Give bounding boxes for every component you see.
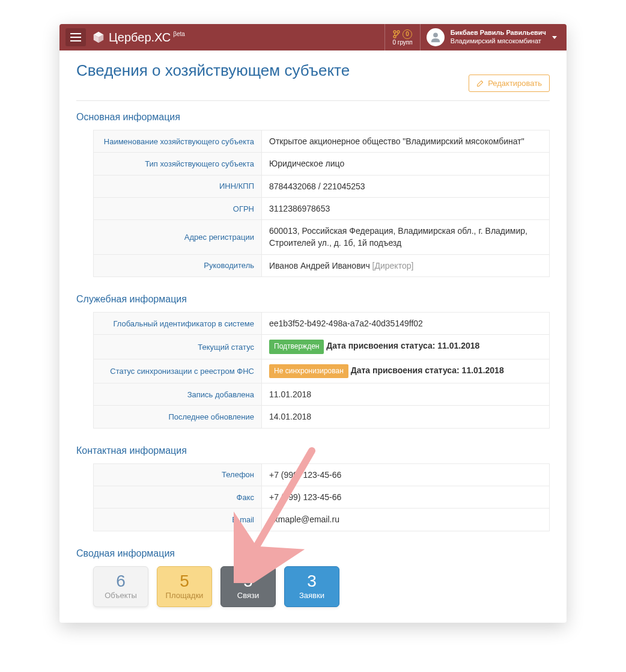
table-row: ИНН/КПП8784432068 / 221045253	[94, 175, 550, 197]
table-row: Последнее обновление14.01.2018	[94, 406, 550, 428]
field-value: +7 (999) 123-45-66	[262, 463, 550, 486]
field-value: Подтвержден Дата присвоения статуса: 11.…	[262, 335, 550, 359]
tile-label: Связи	[237, 591, 259, 600]
edit-button[interactable]: Редактировать	[469, 75, 550, 92]
table-row: Тип хозяйствующего субъектаЮридическое л…	[94, 153, 550, 175]
table-row: Запись добавлена11.01.2018	[94, 383, 550, 406]
pencil-icon	[476, 79, 484, 87]
field-label: Тип хозяйствующего субъекта	[94, 153, 262, 175]
status-badge-confirmed: Подтвержден	[269, 340, 324, 353]
field-value: 600013, Российская Федерация, Владимирск…	[262, 220, 550, 255]
groups-indicator[interactable]: 0 0 групп	[384, 24, 419, 50]
chevron-down-icon	[552, 36, 557, 39]
table-row: Наименование хозяйствующего субъектаОткр…	[94, 130, 550, 153]
field-value: Иванов Андрей Иванович [Директор]	[262, 254, 550, 276]
app-window: Цербер.ХС βeta 0 0 групп	[59, 24, 567, 623]
field-label: Руководитель	[94, 254, 262, 276]
director-name: Иванов Андрей Иванович	[269, 261, 370, 270]
user-name: Бикбаев Равиль Равильевич	[451, 29, 546, 37]
field-value: Не синхронизирован Дата присвоения стату…	[262, 359, 550, 383]
avatar	[427, 28, 445, 46]
table-row: Текущий статус Подтвержден Дата присвоен…	[94, 335, 550, 359]
tile-links[interactable]: 5 Связи	[220, 566, 276, 607]
divider	[76, 100, 550, 101]
hamburger-menu-button[interactable]	[65, 28, 86, 46]
field-value: 11.01.2018	[262, 383, 550, 406]
topbar: Цербер.ХС βeta 0 0 групп	[59, 24, 567, 50]
field-label: Факс	[94, 486, 262, 509]
field-label: ОГРН	[94, 197, 262, 219]
tile-number: 5	[180, 573, 189, 590]
table-row: Телефон+7 (999) 123-45-66	[94, 463, 550, 486]
user-menu[interactable]: Бикбаев Равиль Равильевич Владимирский м…	[420, 24, 562, 50]
status-badge-notsync: Не синхронизирован	[269, 364, 348, 378]
table-row: Статус синхронизации с реестром ФНС Не с…	[94, 359, 550, 383]
tile-number: 5	[243, 573, 253, 590]
field-value: Юридическое лицо	[262, 153, 550, 175]
brand: Цербер.ХС βeta	[92, 31, 185, 44]
field-value: 3112386978653	[262, 197, 550, 219]
field-label: Последнее обновление	[94, 406, 262, 428]
tile-sites[interactable]: 5 Площадки	[157, 566, 212, 607]
contact-info-table: Телефон+7 (999) 123-45-66 Факс+7 (999) 1…	[93, 463, 550, 531]
user-text: Бикбаев Равиль Равильевич Владимирский м…	[451, 29, 546, 46]
groups-count: 0	[403, 29, 412, 39]
field-label: Телефон	[94, 463, 262, 486]
table-row: Руководитель Иванов Андрей Иванович [Дир…	[94, 254, 550, 276]
section-service-title: Служебная информация	[76, 294, 550, 305]
field-value: exmaple@email.ru	[262, 509, 550, 531]
edit-button-label: Редактировать	[488, 79, 542, 88]
tile-requests[interactable]: 3 Заявки	[284, 566, 339, 607]
field-label: ИНН/КПП	[94, 175, 262, 197]
field-label: Запись добавлена	[94, 383, 262, 406]
tile-label: Площадки	[166, 591, 204, 600]
beta-badge: βeta	[173, 31, 185, 37]
field-label: Текущий статус	[94, 335, 262, 359]
page-title: Сведения о хозяйствующем субъекте	[76, 61, 350, 80]
main-info-table: Наименование хозяйствующего субъектаОткр…	[93, 130, 550, 277]
table-row: ОГРН3112386978653	[94, 197, 550, 219]
table-row: Факс+7 (999) 123-45-66	[94, 486, 550, 509]
section-contact-title: Контактная информация	[76, 445, 550, 456]
svg-point-3	[433, 32, 438, 37]
field-value: Открытое акционерное общество "Владимирс…	[262, 130, 550, 153]
summary-tiles: 6 Объекты 5 Площадки 5 Связи 3 Заявки	[93, 566, 550, 607]
field-label: Наименование хозяйствующего субъекта	[94, 130, 262, 153]
section-summary-title: Сводная информация	[76, 548, 550, 559]
field-label: Глобальный идентификатор в системе	[94, 313, 262, 335]
director-role: [Директор]	[372, 261, 414, 270]
groups-label: 0 групп	[392, 39, 412, 46]
field-value: +7 (999) 123-45-66	[262, 486, 550, 509]
status-date-text: Дата присвоения статуса: 11.01.2018	[351, 365, 504, 375]
status-date-text: Дата присвоения статуса: 11.01.2018	[326, 341, 479, 351]
brand-title: Цербер.ХС	[109, 31, 171, 44]
svg-point-2	[394, 35, 396, 38]
field-label: E-mail	[94, 509, 262, 531]
table-row: Адрес регистрации600013, Российская Феде…	[94, 220, 550, 255]
table-row: Глобальный идентификатор в системеee1b3f…	[94, 313, 550, 335]
user-icon	[429, 31, 442, 44]
field-value: ee1b3f52-b492-498a-a7a2-40d35149ff02	[262, 313, 550, 335]
service-info-table: Глобальный идентификатор в системеee1b3f…	[93, 312, 550, 429]
tile-number: 6	[116, 573, 126, 590]
field-label: Адрес регистрации	[94, 220, 262, 255]
tile-number: 3	[307, 573, 317, 590]
content-area: Сведения о хозяйствующем субъекте Редакт…	[59, 50, 567, 623]
tile-label: Объекты	[105, 591, 137, 600]
field-label: Статус синхронизации с реестром ФНС	[94, 359, 262, 383]
field-value: 14.01.2018	[262, 406, 550, 428]
svg-point-0	[394, 31, 396, 33]
table-row: E-mailexmaple@email.ru	[94, 509, 550, 531]
tile-objects[interactable]: 6 Объекты	[93, 566, 148, 607]
field-value: 8784432068 / 221045253	[262, 175, 550, 197]
svg-point-1	[397, 31, 400, 33]
tile-label: Заявки	[299, 591, 324, 600]
branch-icon	[393, 30, 400, 38]
cube-icon	[92, 31, 105, 44]
section-main-title: Основная информация	[76, 112, 550, 123]
user-org: Владимирский мясокомбинат	[451, 37, 546, 46]
